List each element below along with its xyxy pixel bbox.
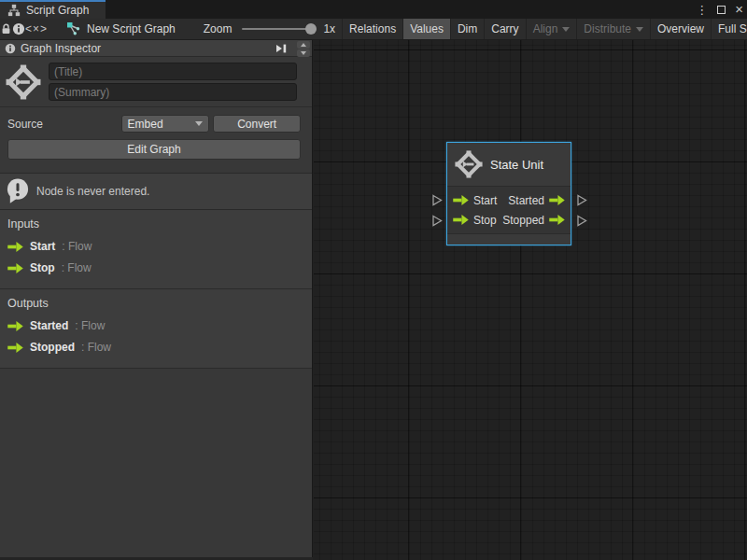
node-body: Start Started Stop Stopped bbox=[447, 186, 571, 234]
chevron-down-icon bbox=[636, 27, 643, 32]
zoom-label: Zoom bbox=[197, 19, 239, 39]
connection-anchor-right-started[interactable] bbox=[576, 194, 587, 206]
script-graph-asset-icon bbox=[66, 21, 81, 36]
toolbar-button-overview[interactable]: Overview bbox=[650, 19, 711, 39]
node-header[interactable]: State Unit bbox=[447, 143, 571, 186]
edit-graph-button[interactable]: Edit Graph bbox=[7, 139, 301, 160]
outputs-section: Outputs Started : Flow Stopped : Flow bbox=[0, 289, 312, 369]
connection-anchor-right-stopped[interactable] bbox=[576, 215, 587, 227]
button-label: Carry bbox=[491, 22, 518, 35]
current-graph-label: New Script Graph bbox=[60, 19, 182, 39]
port-row-stop: Stop : Flow bbox=[7, 261, 304, 274]
warning-text: Node is never entered. bbox=[36, 185, 149, 198]
port-label: Started bbox=[508, 194, 544, 207]
port-name: Started bbox=[30, 319, 68, 332]
inspector-toggle-button[interactable] bbox=[12, 19, 25, 39]
warning-box: Node is never entered. bbox=[0, 173, 312, 210]
port-type: : Flow bbox=[81, 341, 111, 354]
info-icon bbox=[12, 22, 25, 35]
toolbar-button-values[interactable]: Values bbox=[402, 19, 450, 39]
graph-summary-input[interactable] bbox=[49, 83, 297, 101]
button-label: Full Screen bbox=[718, 22, 747, 35]
port-label: Start bbox=[473, 194, 497, 207]
code-icon: <×> bbox=[25, 22, 48, 35]
maximize-icon[interactable] bbox=[717, 6, 726, 14]
dock-toggle-icon[interactable] bbox=[275, 43, 288, 54]
toolbar-button-distribute[interactable]: Distribute bbox=[576, 19, 650, 39]
inspector-title: Graph Inspector bbox=[21, 42, 101, 55]
port-type: : Flow bbox=[62, 261, 92, 274]
lock-icon bbox=[0, 22, 12, 35]
input-port-stop[interactable] bbox=[453, 215, 469, 225]
chevron-down-icon bbox=[195, 121, 203, 126]
toolbar-button-relations[interactable]: Relations bbox=[342, 19, 402, 39]
flow-arrow-icon bbox=[7, 263, 23, 273]
inputs-section: Inputs Start : Flow Stop : Flow bbox=[0, 210, 312, 289]
window-tab-bar: Script Graph ⋮ × bbox=[0, 0, 747, 19]
port-type: : Flow bbox=[62, 240, 92, 253]
node-port-row: Start Started bbox=[453, 190, 565, 210]
close-icon[interactable]: × bbox=[735, 5, 743, 14]
button-label: Align bbox=[533, 22, 558, 35]
tab-label: Script Graph bbox=[26, 4, 89, 17]
graph-title-block bbox=[0, 57, 312, 106]
chevron-down-icon bbox=[562, 27, 570, 32]
button-label: Overview bbox=[657, 22, 704, 35]
output-port-stopped[interactable] bbox=[549, 215, 565, 225]
connection-anchor-left-stop[interactable] bbox=[431, 215, 443, 227]
port-name: Stop bbox=[30, 261, 55, 274]
graph-toolbar: <×> New Script Graph Zoom 1x Relations V… bbox=[0, 19, 747, 40]
button-label: Dim bbox=[458, 22, 477, 35]
state-unit-node[interactable]: State Unit Start Started bbox=[446, 142, 571, 245]
port-type: : Flow bbox=[75, 319, 105, 332]
source-dropdown-value: Embed bbox=[128, 118, 163, 131]
flow-arrow-icon bbox=[7, 321, 23, 331]
convert-button[interactable]: Convert bbox=[213, 115, 301, 133]
graph-canvas[interactable]: State Unit Start Started bbox=[314, 40, 747, 560]
port-name: Stopped bbox=[30, 341, 75, 354]
warning-bubble-icon bbox=[6, 178, 30, 204]
window-menu-icon[interactable]: ⋮ bbox=[696, 3, 708, 17]
graph-name-text: New Script Graph bbox=[87, 22, 176, 35]
toolbar-button-carry[interactable]: Carry bbox=[484, 19, 525, 39]
info-icon bbox=[5, 43, 16, 54]
graph-title-input[interactable] bbox=[49, 63, 297, 80]
zoom-slider-track[interactable] bbox=[242, 28, 315, 30]
triangle-up-icon bbox=[301, 43, 306, 47]
toolbar-button-align[interactable]: Align bbox=[526, 19, 577, 39]
tab-script-graph[interactable]: Script Graph bbox=[0, 0, 106, 19]
toolbar-button-dim[interactable]: Dim bbox=[450, 19, 484, 39]
scroll-up-button[interactable] bbox=[297, 41, 310, 49]
script-graph-tab-icon bbox=[7, 4, 21, 17]
inspector-header: Graph Inspector bbox=[0, 40, 312, 57]
output-port-started[interactable] bbox=[549, 195, 565, 205]
zoom-value: 1x bbox=[318, 19, 340, 39]
graph-inspector-panel: Graph Inspector Source Embed Con bbox=[0, 40, 313, 557]
triangle-down-icon bbox=[301, 51, 306, 55]
port-row-stopped: Stopped : Flow bbox=[7, 341, 304, 354]
flow-arrow-icon bbox=[7, 343, 23, 353]
source-dropdown[interactable]: Embed bbox=[121, 115, 210, 133]
state-graph-icon bbox=[6, 64, 41, 100]
source-label: Source bbox=[7, 118, 121, 131]
code-preview-button[interactable]: <×> bbox=[25, 19, 48, 39]
zoom-slider-handle[interactable] bbox=[305, 23, 317, 35]
connection-anchor-left-start[interactable] bbox=[431, 194, 443, 206]
button-label: Relations bbox=[349, 22, 396, 35]
scroll-down-button[interactable] bbox=[297, 49, 310, 57]
port-row-started: Started : Flow bbox=[7, 319, 304, 332]
inputs-title: Inputs bbox=[7, 217, 304, 231]
state-unit-icon bbox=[455, 150, 483, 178]
port-name: Start bbox=[30, 240, 55, 253]
outputs-title: Outputs bbox=[7, 297, 304, 310]
toolbar-button-fullscreen[interactable]: Full Screen bbox=[711, 19, 747, 39]
zoom-slider[interactable] bbox=[238, 19, 318, 39]
node-footer bbox=[447, 234, 571, 245]
edit-graph-label: Edit Graph bbox=[127, 143, 180, 156]
panel-scrollbar bbox=[297, 41, 310, 57]
button-label: Values bbox=[410, 22, 444, 35]
lock-button[interactable] bbox=[0, 19, 12, 39]
input-port-start[interactable] bbox=[453, 195, 469, 205]
source-row: Source Embed Convert bbox=[0, 107, 312, 133]
flow-arrow-icon bbox=[7, 242, 23, 252]
